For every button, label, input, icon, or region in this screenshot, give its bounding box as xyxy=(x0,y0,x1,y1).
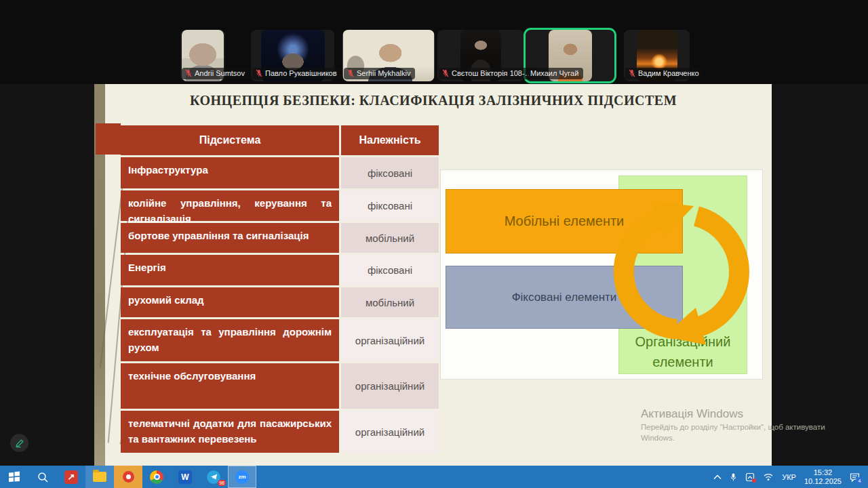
muted-mic-icon xyxy=(347,69,354,77)
participant-label: Вадим Кравченко xyxy=(625,68,704,79)
tray-red-dot xyxy=(752,479,756,483)
zoom-app-icon: zm xyxy=(235,470,249,484)
participant-name: Вадим Кравченко xyxy=(638,68,699,78)
table-row-type: мобільний xyxy=(341,223,439,253)
muted-mic-icon xyxy=(256,69,262,77)
participant-label: Andrii Sumtsov xyxy=(182,68,250,79)
table-row-subsystem: експлуатація та управління дорожнім рухо… xyxy=(121,319,339,361)
windows-activation-watermark: Активація Windows Перейдіть до розділу "… xyxy=(641,407,825,443)
participant-tile[interactable]: Andrii Sumtsov xyxy=(180,30,225,81)
participant-tile[interactable]: Свєтош Вікторія 108-… xyxy=(437,30,524,81)
participant-label: Михаил Чугай xyxy=(527,68,583,79)
clock[interactable]: 15:32 10.12.2025 xyxy=(804,468,842,486)
muted-mic-icon xyxy=(185,69,192,77)
table-row-subsystem: Інфраструктура xyxy=(121,157,339,188)
participant-tile-active-speaker[interactable]: Михаил Чугай xyxy=(526,30,614,81)
participants-strip: Andrii Sumtsov Павло Рукавішников Serhii… xyxy=(0,0,868,84)
table-row-type: організаційний xyxy=(341,411,439,453)
tray-date: 10.12.2025 xyxy=(804,477,842,486)
tray-microphone-icon[interactable] xyxy=(730,472,737,482)
table-row-type: фіксовані xyxy=(341,190,439,221)
search-icon xyxy=(37,471,49,483)
tray-chevron-up-icon[interactable] xyxy=(713,474,722,480)
subsystems-table: Підсистема Належність Інфраструктура фік… xyxy=(121,125,439,453)
participant-tile[interactable]: Павло Рукавішников xyxy=(251,30,334,81)
word-button[interactable]: W xyxy=(171,466,199,488)
column-header: Підсистема xyxy=(121,125,339,155)
elements-diagram: Мобільні елементи Фіксовані елементи Орг… xyxy=(440,169,763,380)
annotate-button[interactable] xyxy=(10,434,28,452)
fixed-elements-label: Фіксовані елементи xyxy=(512,291,617,304)
table-row-subsystem: бортове управління та сигналізація xyxy=(121,223,339,253)
security-app-icon: ↗ xyxy=(64,470,78,484)
taskbar-search-button[interactable] xyxy=(28,466,57,488)
action-center-icon[interactable]: 4 xyxy=(850,472,860,482)
notification-count-badge: 4 xyxy=(856,477,863,485)
column-header: Належність xyxy=(341,125,439,155)
word-icon: W xyxy=(178,470,192,484)
telegram-button[interactable]: 98 xyxy=(199,466,228,488)
file-explorer-button[interactable] xyxy=(85,466,114,488)
language-indicator[interactable]: УКР xyxy=(782,473,796,481)
participant-tile[interactable]: Serhii Mykhalkiv xyxy=(342,30,434,81)
participant-label: Свєтош Вікторія 108-… xyxy=(439,68,537,79)
participant-name: Andrii Sumtsov xyxy=(195,68,245,78)
table-row-type: мобільний xyxy=(341,287,439,317)
zoom-meeting-window: Andrii Sumtsov Павло Рукавішников Serhii… xyxy=(0,0,868,488)
telegram-unread-badge: 98 xyxy=(218,480,226,486)
participant-name: Свєтош Вікторія 108-… xyxy=(452,68,532,78)
chrome-button[interactable] xyxy=(142,466,171,488)
table-row-subsystem: технічне обслуговування xyxy=(121,363,339,409)
participant-name: Михаил Чугай xyxy=(530,68,578,78)
security-app-button[interactable]: ↗ xyxy=(57,466,85,488)
participant-name: Serhii Mykhalkiv xyxy=(357,68,410,78)
muted-mic-icon xyxy=(442,69,449,77)
table-row-type: організаційний xyxy=(341,319,439,361)
tray-time: 15:32 xyxy=(804,468,842,477)
file-explorer-icon xyxy=(93,472,106,482)
tray-app-notification-icon[interactable] xyxy=(745,472,755,482)
participant-tile[interactable]: Вадим Кравченко xyxy=(624,30,690,81)
cycle-arrows-icon xyxy=(604,184,760,367)
start-button[interactable] xyxy=(0,466,28,488)
table-row-subsystem: колійне управління, керування та сигналі… xyxy=(121,190,339,221)
table-row-type: фіксовані xyxy=(341,157,439,188)
table-row-type: організаційний xyxy=(341,363,439,409)
participant-label: Павло Рукавішников xyxy=(252,68,342,79)
muted-mic-icon xyxy=(629,69,635,77)
table-row-subsystem: Енергія xyxy=(121,255,339,285)
table-row-subsystem: телематичні додатки для пасажирських та … xyxy=(121,411,339,453)
taskbar: ↗ W 98 zm xyxy=(0,466,868,488)
system-tray: УКР 15:32 10.12.2025 4 xyxy=(713,466,868,488)
opera-icon xyxy=(123,471,134,483)
chrome-icon xyxy=(150,470,163,484)
table-row-type: фіксовані xyxy=(341,255,439,285)
tray-wifi-icon[interactable] xyxy=(763,472,774,481)
table-row-subsystem: рухомий склад xyxy=(121,287,339,317)
table-accent-tab xyxy=(96,123,121,155)
opera-button[interactable] xyxy=(114,466,142,488)
zoom-app-button[interactable]: zm xyxy=(228,466,256,488)
windows-logo-icon xyxy=(8,471,20,483)
participant-name: Павло Рукавішников xyxy=(265,68,337,78)
slide-title: КОНЦЕПЦІЯ БЕЗПЕКИ: КЛАСИФІКАЦІЯ ЗАЛІЗНИЧ… xyxy=(115,93,752,108)
participant-label: Serhii Mykhalkiv xyxy=(344,68,415,79)
pencil-icon xyxy=(15,439,24,448)
